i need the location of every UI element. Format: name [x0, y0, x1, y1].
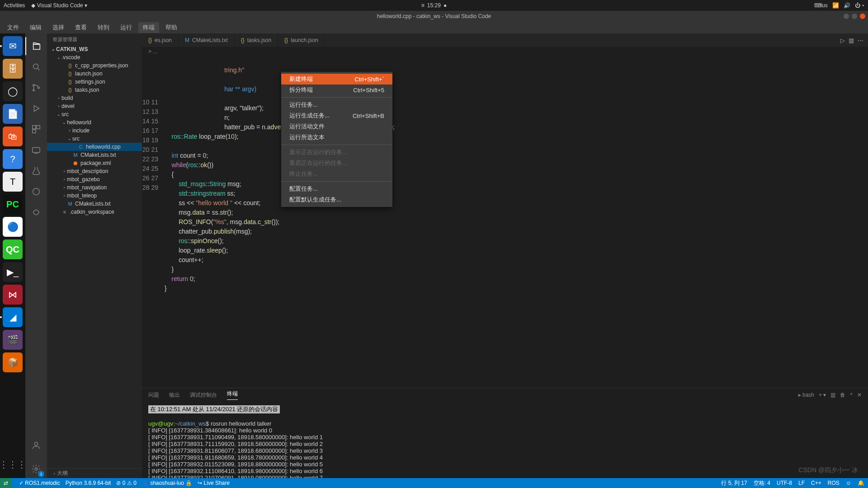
maximize-panel-icon[interactable]: ^ [850, 392, 853, 398]
status-cursor[interactable]: 行 5, 列 17 [721, 479, 747, 487]
remote-button[interactable]: ⇄ [0, 478, 12, 488]
menu-item[interactable]: 新建终端Ctrl+Shift+` [281, 74, 392, 84]
status-ros[interactable]: ✓ ROS1.melodic [19, 480, 60, 486]
dock-qt-icon[interactable]: QC [3, 239, 23, 259]
minimize-button[interactable] [844, 14, 849, 19]
tree-item[interactable]: {}c_cpp_properties.json [47, 61, 142, 70]
menu-item[interactable]: 运行活动文件 [281, 121, 392, 132]
tree-item[interactable]: ›mbot_navigation [47, 183, 142, 192]
search-icon[interactable] [25, 58, 47, 76]
tree-item[interactable]: ⌄helloworld [47, 118, 142, 127]
menu-run[interactable]: 运行 [116, 22, 137, 33]
dock-chrome-icon[interactable]: 🔵 [3, 217, 23, 237]
tree-item[interactable]: ›build [47, 94, 142, 102]
tree-item[interactable]: ≡.catkin_workspace [47, 208, 142, 216]
tree-item[interactable]: ⌄src [47, 135, 142, 143]
menu-item[interactable]: 运行生成任务...Ctrl+Shift+B [281, 110, 392, 121]
status-user[interactable]: 👤 shaoshuai-luo 🔒 [142, 480, 192, 486]
explorer-icon[interactable] [25, 37, 47, 55]
dock-files-icon[interactable]: 🗄 [3, 59, 23, 79]
menu-file[interactable]: 文件 [3, 22, 24, 33]
power-icon[interactable]: ⏻ ▾ [855, 2, 864, 9]
input-indicator[interactable]: ⌨us [814, 2, 828, 9]
status-spaces[interactable]: 空格: 4 [754, 479, 770, 487]
status-feedback-icon[interactable]: ☺ [846, 480, 851, 486]
status-problems[interactable]: ⊘ 0 ⚠ 0 [116, 480, 136, 486]
dock-help-icon[interactable]: ? [3, 149, 23, 169]
tab-es-json[interactable]: {}es.json [142, 33, 179, 47]
menu-help[interactable]: 帮助 [161, 22, 182, 33]
tree-item[interactable]: ⌄src [47, 110, 142, 118]
tree-item[interactable]: ›mbot_teleop [47, 192, 142, 200]
dock-pycharm-icon[interactable]: PC [3, 194, 23, 214]
split-editor-icon[interactable]: ▥ [849, 37, 854, 44]
tree-item[interactable]: {}tasks.json [47, 86, 142, 94]
project-root[interactable]: ⌄CATKIN_WS [47, 45, 142, 53]
menu-terminal[interactable]: 终端 [138, 22, 159, 33]
minimap[interactable] [821, 56, 862, 146]
panel-tab-problems[interactable]: 问题 [148, 391, 159, 399]
panel-tab-output[interactable]: 输出 [169, 391, 180, 399]
testing-icon[interactable] [25, 162, 47, 180]
dock-software-icon[interactable]: 🛍 [3, 127, 23, 146]
dock-box-icon[interactable]: 📦 [3, 352, 23, 372]
dock-apps-grid-icon[interactable]: ⋮⋮⋮ [3, 455, 23, 474]
volume-icon[interactable]: 🔊 [844, 2, 850, 9]
status-eol[interactable]: LF [798, 480, 805, 486]
dock-terminal-icon[interactable]: ▶_ [3, 262, 23, 282]
close-panel-icon[interactable]: ✕ [857, 392, 862, 398]
tree-item[interactable]: ›include [47, 127, 142, 135]
dock-video-icon[interactable]: 🎬 [3, 330, 23, 350]
accounts-icon[interactable] [25, 436, 47, 455]
status-python[interactable]: Python 3.6.9 64-bit [66, 480, 111, 486]
ros-icon[interactable] [25, 183, 47, 201]
tree-item[interactable]: ›devel [47, 102, 142, 110]
dock-obs-icon[interactable]: ◯ [3, 81, 23, 101]
scm-icon[interactable] [25, 79, 47, 97]
run-icon[interactable]: ▷ [840, 37, 845, 44]
tab-launch-json[interactable]: {}launch.json [278, 33, 325, 47]
status-liveshare[interactable]: ↪ Live Share [198, 480, 230, 486]
menu-view[interactable]: 查看 [71, 22, 91, 33]
tree-item[interactable]: ›mbot_gazebo [47, 175, 142, 183]
close-button[interactable] [860, 14, 865, 19]
status-bell-icon[interactable]: 🔔 [858, 480, 864, 486]
tree-item[interactable]: Chelloworld.cpp [47, 143, 142, 151]
liveshare-icon[interactable] [25, 203, 47, 221]
menu-item[interactable]: 配置默认生成任务... [281, 194, 392, 205]
tree-item[interactable]: MCMakeLists.txt [47, 200, 142, 208]
remote-icon[interactable] [25, 141, 47, 159]
dock-text-icon[interactable]: T [3, 172, 23, 192]
tree-item[interactable]: MCMakeLists.txt [47, 151, 142, 159]
settings-gear-icon[interactable]: 1 [25, 460, 47, 478]
split-terminal-icon[interactable]: ▥ [830, 392, 835, 398]
status-encoding[interactable]: UTF-8 [777, 480, 792, 486]
dock-thunderbird-icon[interactable]: ✉ [3, 36, 23, 56]
tree-item[interactable]: ›mbot_description [47, 167, 142, 175]
menu-item[interactable]: 拆分终端Ctrl+Shift+5 [281, 84, 392, 95]
status-lang[interactable]: C++ [811, 480, 821, 486]
breadcrumb[interactable]: > ... [142, 47, 868, 56]
panel-tab-terminal[interactable]: 终端 [227, 390, 238, 400]
terminal-body[interactable]: 在 10:12:51 AM 处从 11/24/2021 还原的会话内容 ugv@… [142, 402, 868, 478]
tree-item[interactable]: ⌄.vscode [47, 53, 142, 61]
tree-item[interactable]: {}settings.json [47, 78, 142, 86]
menu-item[interactable]: 运行所选文本 [281, 132, 392, 143]
more-icon[interactable]: ⋯ [858, 37, 863, 44]
new-terminal-icon[interactable]: + ▾ [819, 392, 826, 398]
activities-button[interactable]: Activities [4, 2, 25, 9]
tree-item[interactable]: {}launch.json [47, 70, 142, 78]
panel-tab-debugconsole[interactable]: 调试控制台 [190, 391, 217, 399]
code-editor[interactable]: 10 11 12 13 14 15 16 17 18 19 20 21 22 2… [142, 56, 868, 388]
dock-vscode-icon[interactable]: ◢ [3, 307, 23, 327]
tree-item[interactable]: ⬣package.xml [47, 159, 142, 167]
network-icon[interactable]: 📶 [832, 2, 839, 9]
menu-bar[interactable]: 文件 编辑 选择 查看 转到 运行 终端 帮助 [0, 22, 868, 33]
status-ros2[interactable]: ROS [828, 480, 840, 486]
dock-libreoffice-icon[interactable]: 📄 [3, 104, 23, 124]
tab-cmake[interactable]: MCMakeLists.txt [179, 33, 235, 47]
run-debug-icon[interactable] [25, 99, 47, 117]
kill-terminal-icon[interactable]: 🗑 [840, 392, 845, 398]
extensions-icon[interactable] [25, 120, 47, 138]
outline-section[interactable]: ›大纲 [47, 468, 142, 478]
